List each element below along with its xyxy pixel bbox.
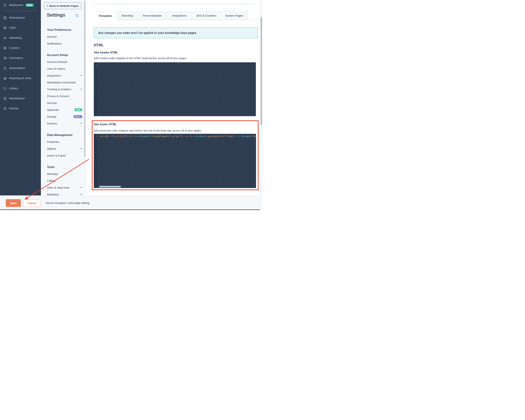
code-token: ( <box>169 135 170 138</box>
sidebar-item-partner[interactable]: Partner <box>0 103 41 114</box>
back-button-label: Back to Website Pages <box>49 4 79 7</box>
bookmark-icon <box>3 3 7 7</box>
bottom-action-bar: Save Cancel You've changed 1 web page se… <box>0 195 262 210</box>
unsaved-changes-status: You've changed 1 web page setting. <box>45 201 90 205</box>
nav-item-inbox-help-desk[interactable]: Inbox & Help Desk <box>47 184 82 191</box>
code-token: function <box>112 135 123 138</box>
nav-item-import-export[interactable]: Import & Export <box>47 152 82 159</box>
nav-item-privacy-consent[interactable]: Privacy & Consent <box>47 93 82 99</box>
code-token: . <box>252 135 253 138</box>
partner-hexagon-icon <box>3 107 7 110</box>
sidebar-item-commerce[interactable]: Commerce <box>0 53 41 63</box>
nav-item-routing[interactable]: Routing BETA <box>47 113 82 120</box>
partial-text-input[interactable] <box>94 0 256 4</box>
nav-item-partners[interactable]: Partners <box>47 120 82 127</box>
code-token: document <box>241 135 252 138</box>
nav-item-objects[interactable]: Objects <box>47 145 82 152</box>
chevron-left-icon <box>46 4 48 7</box>
code-token: || <box>237 135 240 138</box>
code-token: var <box>129 135 132 138</box>
sidebar-item-label: Marketing <box>9 36 22 39</box>
tab-personalization[interactable]: Personalization <box>138 11 167 20</box>
nav-section-account-setup: Account Setup <box>47 51 82 58</box>
site-header-code-editor[interactable]: 1 <box>94 62 256 116</box>
code-token: . <box>150 135 151 138</box>
nav-item-meetings[interactable]: Meetings <box>47 170 82 177</box>
editor-gutter <box>94 134 98 188</box>
sidebar-item-marketing[interactable]: Marketing <box>0 33 41 43</box>
chevron-down-icon <box>80 75 82 76</box>
sidebar-item-label: CRM <box>9 26 16 29</box>
sidebar-item-automations[interactable]: Automations <box>0 63 41 73</box>
chevron-down-icon <box>80 148 82 149</box>
code-token: ( <box>225 135 226 138</box>
html-section-heading: HTML <box>94 43 104 47</box>
page-scrollbar-thumb[interactable] <box>261 17 262 125</box>
code-token: = <box>193 135 196 138</box>
nav-item-integrations[interactable]: Integrations <box>47 72 82 79</box>
code-token: 'head' <box>226 135 234 138</box>
code-line: <script> (function(){ var s = document.c… <box>99 135 256 138</box>
contact-card-icon <box>3 26 7 29</box>
bottom-edge-strip <box>0 210 262 210</box>
bar-chart-icon <box>3 76 7 80</box>
sidebar-item-label: Workspaces <box>9 16 25 19</box>
sidebar-item-content[interactable]: Content <box>0 43 41 53</box>
sidebar-item-bookmarks[interactable]: Bookmarks NEW <box>0 1 41 9</box>
sidebar-item-crm[interactable]: CRM <box>0 23 41 33</box>
sidebar-item-label: Partner <box>9 107 19 110</box>
nav-item-marketplace-downloads[interactable]: Marketplace Downloads <box>47 79 82 86</box>
new-badge: NEW <box>26 4 34 7</box>
tab-seo-crawlers[interactable]: SEO & Crawlers <box>192 11 221 20</box>
sidebar-item-workspaces[interactable]: Workspaces <box>0 13 41 23</box>
site-footer-code-editor[interactable]: 1 <script> (function(){ var s = document… <box>94 134 256 188</box>
code-token: ( <box>110 135 112 138</box>
sidebar-item-label: Automations <box>9 67 25 70</box>
nav-item-approvals[interactable]: Approvals NEW <box>47 106 82 113</box>
nav-item-tracking-analytics[interactable]: Tracking & Analytics <box>47 86 82 93</box>
code-token: <script> <box>99 135 110 138</box>
site-header-html-title: Site header HTML <box>94 51 118 54</box>
nav-item-notifications[interactable]: Notifications <box>47 40 82 47</box>
code-token: createElement <box>151 135 169 138</box>
tab-branding[interactable]: Branding <box>117 11 138 20</box>
cancel-button[interactable]: Cancel <box>23 199 40 207</box>
nav-item-properties[interactable]: Properties <box>47 138 82 145</box>
tab-templates[interactable]: Templates <box>94 11 117 20</box>
code-token: ); <box>181 135 185 138</box>
tab-system-pages[interactable]: System Pages <box>221 11 248 20</box>
site-header-html-description: Add custom code snippets to the HTML hea… <box>94 57 187 60</box>
settings-title: Settings <box>47 12 65 18</box>
sidebar-item-marketplace[interactable]: Marketplace <box>0 93 41 103</box>
nav-item-general[interactable]: General <box>47 33 82 40</box>
workflow-icon <box>3 67 7 70</box>
sidebar-item-library[interactable]: Library <box>0 83 41 93</box>
sidebar-item-label: Reporting & Data <box>9 76 31 80</box>
code-token: ) <box>234 135 237 138</box>
code-token: (){ <box>123 135 129 138</box>
page-scrollbar[interactable] <box>260 0 262 210</box>
tab-integrations[interactable]: Integrations <box>167 11 192 20</box>
tab-bar: Templates Branding Personalization Integ… <box>94 11 259 20</box>
site-footer-highlight-box: Site footer HTML Add javascript code sni… <box>92 120 259 190</box>
site-footer-html-description: Add javascript code snippets right befor… <box>94 129 202 132</box>
nav-item-account-defaults[interactable]: Account Defaults <box>47 58 82 65</box>
save-button[interactable]: Save <box>6 199 21 207</box>
settings-panel-scrollbar[interactable] <box>84 1 85 157</box>
back-to-website-pages-button[interactable]: Back to Website Pages <box>44 2 81 9</box>
search-icon[interactable] <box>75 13 79 18</box>
nav-item-security[interactable]: Security <box>47 99 82 106</box>
nav-section-tools: Tools <box>47 163 82 170</box>
settings-panel: Back to Website Pages Settings Your Pref… <box>41 0 86 195</box>
sidebar-item-label: Commerce <box>9 56 23 60</box>
nav-item-calling[interactable]: Calling <box>47 177 82 184</box>
horizontal-scrollbar-thumb[interactable] <box>99 186 121 188</box>
nav-item-marketing-tools[interactable]: Marketing <box>47 191 82 195</box>
sidebar-item-label: Marketplace <box>9 97 25 100</box>
line-number: 1 <box>94 64 97 66</box>
code-token: var <box>185 135 189 138</box>
beta-badge: BETA <box>74 115 82 118</box>
nav-item-users-teams[interactable]: Users & Teams <box>47 65 82 72</box>
sidebar-item-reporting-data[interactable]: Reporting & Data <box>0 73 41 83</box>
sidebar-item-label: Content <box>9 46 19 49</box>
